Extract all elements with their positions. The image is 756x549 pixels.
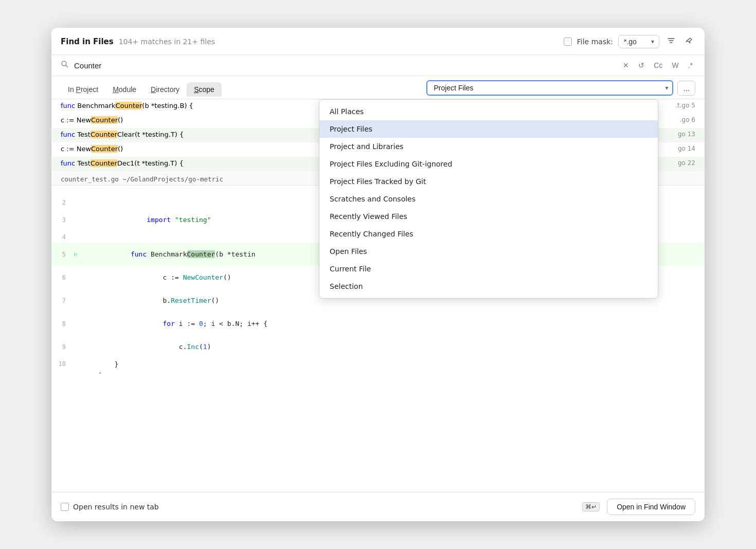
dropdown-item-project-files[interactable]: Project Files xyxy=(319,120,658,138)
scope-dropdown-menu: All Places Project Files Project and Lib… xyxy=(319,99,658,299)
dropdown-item-project-files-excluding-git[interactable]: Project Files Excluding Git-ignored xyxy=(319,155,658,173)
open-find-window-button[interactable]: Open in Find Window xyxy=(607,499,695,515)
new-tab-label: Open results in new tab xyxy=(73,503,159,511)
shortcut-key: ⌘↵ xyxy=(582,502,600,511)
clear-search-button[interactable]: ✕ xyxy=(620,60,632,70)
scope-select-container: All Places Project Files Project and Lib… xyxy=(426,80,673,96)
search-bar: ✕ ↺ Cc W .* xyxy=(51,55,705,76)
dropdown-item-scratches-consoles[interactable]: Scratches and Consoles xyxy=(319,190,658,208)
content-area: func BenchmarkCounter(b *testing.B) { .t… xyxy=(51,99,705,492)
dropdown-item-recently-changed[interactable]: Recently Changed Files xyxy=(319,225,658,243)
dropdown-item-all-places[interactable]: All Places xyxy=(319,103,658,120)
whole-word-button[interactable]: W xyxy=(669,60,681,70)
result-file-1: .t.go 5 xyxy=(675,99,705,114)
dialog-footer: Open results in new tab ⌘↵ Open in Find … xyxy=(51,492,705,521)
result-file-4: go 14 xyxy=(678,142,705,157)
file-mask-checkbox[interactable] xyxy=(564,38,572,46)
scope-select[interactable]: All Places Project Files Project and Lib… xyxy=(426,80,673,96)
tab-scope[interactable]: Scope xyxy=(187,82,222,97)
scope-dropdown-wrap: All Places Project Files Project and Lib… xyxy=(426,80,695,99)
shortcut-display: ⌘↵ xyxy=(582,502,600,511)
scope-more-button[interactable]: ... xyxy=(677,81,695,96)
file-mask-label: File mask: xyxy=(577,38,613,46)
search-scope-tabs: In Project Module Directory Scope All Pl… xyxy=(51,76,705,99)
search-actions: ✕ ↺ Cc W .* xyxy=(620,60,695,70)
dialog-title: Find in Files xyxy=(61,37,114,46)
search-input[interactable] xyxy=(74,61,615,70)
search-history-button[interactable]: ↺ xyxy=(636,60,647,70)
filter-icon[interactable] xyxy=(664,35,678,48)
dropdown-item-open-files[interactable]: Open Files xyxy=(319,243,658,260)
pin-icon[interactable] xyxy=(683,35,695,48)
code-line: 8 for i := 0; i < b.N; i++ { xyxy=(51,312,705,335)
code-line: 9 c.Inc(1) xyxy=(51,335,705,358)
result-file-3: go 13 xyxy=(678,128,705,142)
header-left: Find in Files 104+ matches in 21+ files xyxy=(61,37,215,46)
dialog-header: Find in Files 104+ matches in 21+ files … xyxy=(51,28,705,55)
dropdown-item-current-file[interactable]: Current File xyxy=(319,260,658,278)
dropdown-item-recently-viewed[interactable]: Recently Viewed Files xyxy=(319,208,658,225)
result-file-5: go 22 xyxy=(678,157,705,171)
file-mask-input[interactable] xyxy=(618,35,659,48)
tab-directory[interactable]: Directory xyxy=(143,82,187,97)
find-in-files-dialog: Find in Files 104+ matches in 21+ files … xyxy=(51,28,705,521)
new-tab-checkbox[interactable] xyxy=(61,503,69,511)
code-line: 10 } xyxy=(51,358,705,370)
file-mask-input-wrap: ▾ xyxy=(618,35,659,48)
dropdown-item-project-libraries[interactable]: Project and Libraries xyxy=(319,138,658,155)
regex-button[interactable]: .* xyxy=(686,60,695,70)
search-icon xyxy=(61,60,69,70)
match-count: 104+ matches in 21+ files xyxy=(119,38,215,46)
tab-module[interactable]: Module xyxy=(105,82,143,97)
result-file-2: .go 6 xyxy=(680,114,705,128)
header-right: File mask: ▾ xyxy=(564,35,695,48)
dropdown-item-project-files-tracked-git[interactable]: Project Files Tracked by Git xyxy=(319,173,658,190)
footer-left: Open results in new tab xyxy=(61,503,159,511)
dropdown-item-selection[interactable]: Selection xyxy=(319,278,658,295)
match-case-button[interactable]: Cc xyxy=(651,60,665,70)
tab-in-project[interactable]: In Project xyxy=(61,82,105,97)
code-line: ` xyxy=(51,370,705,381)
footer-right: ⌘↵ Open in Find Window xyxy=(582,499,695,515)
